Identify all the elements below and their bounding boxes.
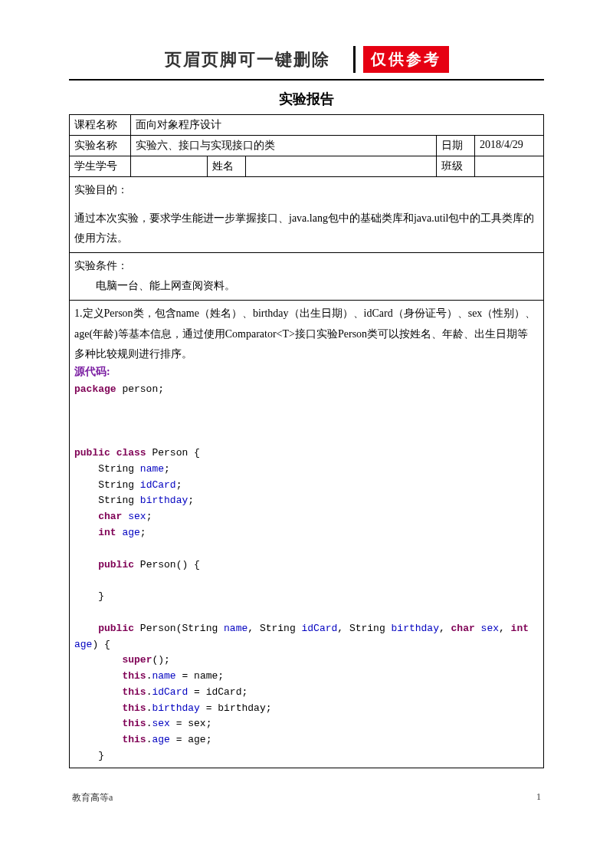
- page-header: 页眉页脚可一键删除 仅供参考: [69, 46, 544, 73]
- course-value: 面向对象程序设计: [131, 115, 544, 136]
- condition-label: 实验条件：: [74, 256, 539, 277]
- report-table: 课程名称 面向对象程序设计 实验名称 实验六、接口与实现接口的类 日期 2018…: [69, 114, 544, 768]
- row-task: 1.定义Person类，包含name（姓名）、birthday（出生日期）、id…: [70, 300, 544, 768]
- purpose-label: 实验目的：: [74, 180, 539, 201]
- date-value: 2018/4/29: [475, 136, 544, 156]
- sid-value: [131, 156, 208, 177]
- condition-text: 电脑一台、能上网查阅资料。: [74, 276, 539, 297]
- date-label: 日期: [437, 136, 475, 156]
- sid-label: 学生学号: [70, 156, 131, 177]
- row-condition: 实验条件： 电脑一台、能上网查阅资料。: [70, 252, 544, 300]
- course-label: 课程名称: [70, 115, 131, 136]
- reference-stamp: 仅供参考: [363, 46, 449, 73]
- name-label: 姓名: [208, 156, 246, 177]
- row-purpose: 实验目的： 通过本次实验，要求学生能进一步掌握接口、java.lang包中的基础…: [70, 177, 544, 253]
- stamp-wrapper: 仅供参考: [353, 46, 449, 73]
- source-code: package person; public class Person { St…: [74, 382, 539, 764]
- task-text: 1.定义Person类，包含name（姓名）、birthday（出生日期）、id…: [74, 304, 539, 365]
- row-student: 学生学号 姓名 班级: [70, 156, 544, 177]
- row-experiment: 实验名称 实验六、接口与实现接口的类 日期 2018/4/29: [70, 136, 544, 156]
- row-course: 课程名称 面向对象程序设计: [70, 115, 544, 136]
- name-value: [246, 156, 437, 177]
- footer-page-number: 1: [536, 791, 541, 804]
- exp-label: 实验名称: [70, 136, 131, 156]
- purpose-text: 通过本次实验，要求学生能进一步掌握接口、java.lang包中的基础类库和jav…: [74, 209, 539, 249]
- source-label: 源代码:: [74, 365, 539, 379]
- exp-value: 实验六、接口与实现接口的类: [131, 136, 437, 156]
- footer-left: 教育高等a: [72, 791, 113, 804]
- header-divider: [69, 79, 544, 81]
- header-title: 页眉页脚可一键删除: [165, 48, 330, 71]
- class-label: 班级: [437, 156, 475, 177]
- page-footer: 教育高等a 1: [69, 791, 544, 804]
- report-title: 实验报告: [69, 90, 544, 108]
- class-value: [475, 156, 544, 177]
